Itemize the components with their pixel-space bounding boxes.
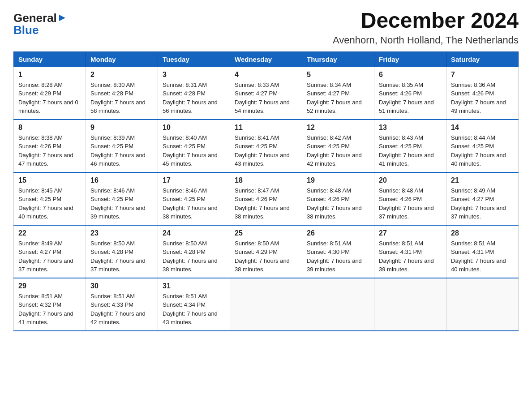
day-info: Sunrise: 8:48 AM Sunset: 4:26 PM Dayligh… xyxy=(379,186,442,221)
weekday-header: Monday xyxy=(86,51,158,67)
calendar-day-cell: 13Sunrise: 8:43 AM Sunset: 4:25 PM Dayli… xyxy=(374,120,446,172)
day-number: 24 xyxy=(163,229,225,237)
day-info: Sunrise: 8:51 AM Sunset: 4:34 PM Dayligh… xyxy=(163,292,225,327)
day-number: 11 xyxy=(235,124,297,132)
day-info: Sunrise: 8:50 AM Sunset: 4:29 PM Dayligh… xyxy=(235,239,297,274)
page-header: General Blue December 2024 Avenhorn, Nor… xyxy=(13,9,519,46)
day-info: Sunrise: 8:46 AM Sunset: 4:25 PM Dayligh… xyxy=(163,186,225,221)
calendar-day-cell: 2Sunrise: 8:30 AM Sunset: 4:28 PM Daylig… xyxy=(86,67,158,120)
day-number: 9 xyxy=(90,124,153,132)
logo-arrow-icon xyxy=(58,10,66,24)
calendar-week-row: 8Sunrise: 8:38 AM Sunset: 4:26 PM Daylig… xyxy=(14,120,519,172)
calendar-day-cell xyxy=(230,278,302,331)
calendar-day-cell: 8Sunrise: 8:38 AM Sunset: 4:26 PM Daylig… xyxy=(14,120,86,172)
calendar-day-cell: 18Sunrise: 8:47 AM Sunset: 4:26 PM Dayli… xyxy=(230,172,302,225)
day-info: Sunrise: 8:39 AM Sunset: 4:25 PM Dayligh… xyxy=(90,133,153,168)
calendar-day-cell: 27Sunrise: 8:51 AM Sunset: 4:31 PM Dayli… xyxy=(374,225,446,278)
day-info: Sunrise: 8:30 AM Sunset: 4:28 PM Dayligh… xyxy=(90,81,153,116)
day-info: Sunrise: 8:44 AM Sunset: 4:25 PM Dayligh… xyxy=(451,133,514,168)
calendar-day-cell: 19Sunrise: 8:48 AM Sunset: 4:26 PM Dayli… xyxy=(302,172,374,225)
day-number: 13 xyxy=(379,124,442,132)
calendar-day-cell: 22Sunrise: 8:49 AM Sunset: 4:27 PM Dayli… xyxy=(14,225,86,278)
day-number: 4 xyxy=(235,71,297,79)
weekday-header: Thursday xyxy=(302,51,374,67)
day-number: 2 xyxy=(90,71,153,79)
calendar-day-cell: 12Sunrise: 8:42 AM Sunset: 4:25 PM Dayli… xyxy=(302,120,374,172)
calendar-day-cell xyxy=(446,278,519,331)
day-info: Sunrise: 8:51 AM Sunset: 4:31 PM Dayligh… xyxy=(451,239,514,274)
day-number: 23 xyxy=(90,229,153,237)
day-number: 31 xyxy=(163,282,225,290)
calendar-day-cell: 14Sunrise: 8:44 AM Sunset: 4:25 PM Dayli… xyxy=(446,120,519,172)
day-info: Sunrise: 8:48 AM Sunset: 4:26 PM Dayligh… xyxy=(307,186,369,221)
calendar-week-row: 29Sunrise: 8:51 AM Sunset: 4:32 PM Dayli… xyxy=(14,278,519,331)
day-number: 29 xyxy=(18,282,81,290)
weekday-header: Tuesday xyxy=(158,51,230,67)
day-number: 5 xyxy=(307,71,369,79)
day-number: 28 xyxy=(451,229,514,237)
weekday-header: Wednesday xyxy=(230,51,302,67)
weekday-header: Sunday xyxy=(14,51,86,67)
calendar-header-row: SundayMondayTuesdayWednesdayThursdayFrid… xyxy=(14,51,519,67)
day-number: 26 xyxy=(307,229,369,237)
calendar-day-cell: 15Sunrise: 8:45 AM Sunset: 4:25 PM Dayli… xyxy=(14,172,86,225)
day-info: Sunrise: 8:41 AM Sunset: 4:25 PM Dayligh… xyxy=(235,133,297,168)
calendar-day-cell: 20Sunrise: 8:48 AM Sunset: 4:26 PM Dayli… xyxy=(374,172,446,225)
day-number: 1 xyxy=(18,71,81,79)
logo-blue-text: Blue xyxy=(13,23,39,37)
svg-marker-0 xyxy=(59,15,65,21)
day-info: Sunrise: 8:51 AM Sunset: 4:30 PM Dayligh… xyxy=(307,239,369,274)
calendar-day-cell: 5Sunrise: 8:34 AM Sunset: 4:27 PM Daylig… xyxy=(302,67,374,120)
calendar-day-cell: 25Sunrise: 8:50 AM Sunset: 4:29 PM Dayli… xyxy=(230,225,302,278)
day-number: 15 xyxy=(18,176,81,184)
calendar-day-cell: 26Sunrise: 8:51 AM Sunset: 4:30 PM Dayli… xyxy=(302,225,374,278)
calendar-day-cell: 24Sunrise: 8:50 AM Sunset: 4:28 PM Dayli… xyxy=(158,225,230,278)
calendar-day-cell: 29Sunrise: 8:51 AM Sunset: 4:32 PM Dayli… xyxy=(14,278,86,331)
day-info: Sunrise: 8:42 AM Sunset: 4:25 PM Dayligh… xyxy=(307,133,369,168)
day-info: Sunrise: 8:51 AM Sunset: 4:31 PM Dayligh… xyxy=(379,239,442,274)
calendar-day-cell: 10Sunrise: 8:40 AM Sunset: 4:25 PM Dayli… xyxy=(158,120,230,172)
day-info: Sunrise: 8:40 AM Sunset: 4:25 PM Dayligh… xyxy=(163,133,225,168)
day-info: Sunrise: 8:43 AM Sunset: 4:25 PM Dayligh… xyxy=(379,133,442,168)
weekday-header: Saturday xyxy=(446,51,519,67)
weekday-header: Friday xyxy=(374,51,446,67)
day-number: 30 xyxy=(90,282,153,290)
day-info: Sunrise: 8:45 AM Sunset: 4:25 PM Dayligh… xyxy=(18,186,81,221)
calendar-day-cell: 21Sunrise: 8:49 AM Sunset: 4:27 PM Dayli… xyxy=(446,172,519,225)
calendar-week-row: 1Sunrise: 8:28 AM Sunset: 4:29 PM Daylig… xyxy=(14,67,519,120)
calendar-day-cell: 23Sunrise: 8:50 AM Sunset: 4:28 PM Dayli… xyxy=(86,225,158,278)
day-number: 19 xyxy=(307,176,369,184)
day-number: 8 xyxy=(18,124,81,132)
logo: General Blue xyxy=(13,9,66,37)
day-info: Sunrise: 8:46 AM Sunset: 4:25 PM Dayligh… xyxy=(90,186,153,221)
day-number: 12 xyxy=(307,124,369,132)
day-number: 25 xyxy=(235,229,297,237)
calendar-day-cell: 6Sunrise: 8:35 AM Sunset: 4:26 PM Daylig… xyxy=(374,67,446,120)
day-info: Sunrise: 8:35 AM Sunset: 4:26 PM Dayligh… xyxy=(379,81,442,116)
calendar-day-cell: 31Sunrise: 8:51 AM Sunset: 4:34 PM Dayli… xyxy=(158,278,230,331)
day-number: 21 xyxy=(451,176,514,184)
day-info: Sunrise: 8:50 AM Sunset: 4:28 PM Dayligh… xyxy=(90,239,153,274)
calendar-day-cell: 11Sunrise: 8:41 AM Sunset: 4:25 PM Dayli… xyxy=(230,120,302,172)
calendar-day-cell: 3Sunrise: 8:31 AM Sunset: 4:28 PM Daylig… xyxy=(158,67,230,120)
calendar-day-cell: 4Sunrise: 8:33 AM Sunset: 4:27 PM Daylig… xyxy=(230,67,302,120)
day-number: 20 xyxy=(379,176,442,184)
calendar-day-cell xyxy=(302,278,374,331)
day-info: Sunrise: 8:28 AM Sunset: 4:29 PM Dayligh… xyxy=(18,81,81,116)
day-number: 27 xyxy=(379,229,442,237)
day-info: Sunrise: 8:51 AM Sunset: 4:32 PM Dayligh… xyxy=(18,292,81,327)
day-info: Sunrise: 8:51 AM Sunset: 4:33 PM Dayligh… xyxy=(90,292,153,327)
calendar-day-cell: 9Sunrise: 8:39 AM Sunset: 4:25 PM Daylig… xyxy=(86,120,158,172)
calendar-week-row: 15Sunrise: 8:45 AM Sunset: 4:25 PM Dayli… xyxy=(14,172,519,225)
day-info: Sunrise: 8:36 AM Sunset: 4:26 PM Dayligh… xyxy=(451,81,514,116)
day-number: 6 xyxy=(379,71,442,79)
day-number: 17 xyxy=(163,176,225,184)
day-info: Sunrise: 8:49 AM Sunset: 4:27 PM Dayligh… xyxy=(451,186,514,221)
calendar-day-cell: 28Sunrise: 8:51 AM Sunset: 4:31 PM Dayli… xyxy=(446,225,519,278)
day-number: 16 xyxy=(90,176,153,184)
day-info: Sunrise: 8:31 AM Sunset: 4:28 PM Dayligh… xyxy=(163,81,225,116)
day-info: Sunrise: 8:47 AM Sunset: 4:26 PM Dayligh… xyxy=(235,186,297,221)
day-info: Sunrise: 8:49 AM Sunset: 4:27 PM Dayligh… xyxy=(18,239,81,274)
calendar-day-cell: 1Sunrise: 8:28 AM Sunset: 4:29 PM Daylig… xyxy=(14,67,86,120)
day-number: 10 xyxy=(163,124,225,132)
